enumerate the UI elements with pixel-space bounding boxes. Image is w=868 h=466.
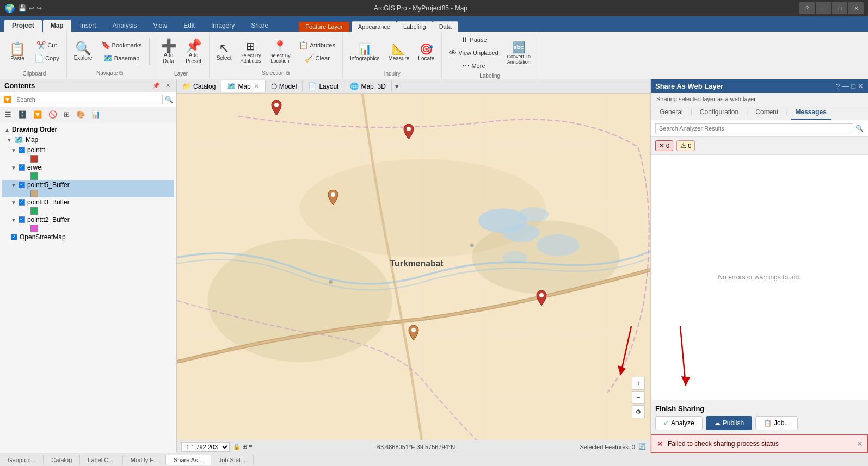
undo-icon[interactable]: ↩ [29,4,34,12]
basemap-button[interactable]: 🗺️ Basemap [97,52,146,64]
tree-item-pointtt5-buffer[interactable]: ▼ pointtt5_Buffer [2,180,174,190]
add-data-button[interactable]: ➕ AddData [157,36,181,67]
bottom-tab-geoproc[interactable]: Geoproc... [0,455,44,465]
map-settings[interactable]: ⚙ [632,405,645,418]
tab-appearance[interactable]: Appearance [352,21,397,32]
error-toast-close[interactable]: ✕ [857,439,863,448]
tab-data[interactable]: Data [433,21,458,32]
list-by-drawing-order-button[interactable]: ☰ [2,109,14,120]
search-input[interactable] [14,95,163,104]
panel-minimize-button[interactable]: — [842,82,849,90]
select-by-attributes-button[interactable]: ⊞ Select ByAttributes [236,36,264,67]
map-zoom-out[interactable]: − [632,391,645,404]
close-button[interactable]: ✕ [848,2,864,14]
tab-edit[interactable]: Edit [176,20,202,32]
list-by-data-source-button[interactable]: 🗄️ [15,109,29,120]
cut-button[interactable]: ✂️ Cut [30,39,63,51]
openstreetmap-checkbox[interactable] [11,234,17,240]
panel-close-button[interactable]: ✕ [858,82,864,90]
attributes-button[interactable]: 📋 Attributes [295,39,338,51]
erwei-checkbox[interactable] [19,164,25,171]
contents-close-button[interactable]: ✕ [164,82,172,90]
convert-to-annotation-button[interactable]: 🔤 Convert ToAnnotation [503,38,534,68]
pointtt-expand-arrow[interactable]: ▼ [11,147,16,153]
map-pin-1[interactable] [271,100,282,118]
pointtt-checkbox[interactable] [19,147,25,153]
scale-select[interactable]: 1:1,792,203 [181,442,230,452]
tab-analysis[interactable]: Analysis [105,20,145,32]
tab-view[interactable]: View [145,20,175,32]
panel-tab-general[interactable]: General [655,105,687,120]
tab-layout[interactable]: 📄 Layout [303,80,344,92]
tab-insert[interactable]: Insert [72,20,104,32]
locate-button[interactable]: 🎯 Locate [414,36,438,67]
tab-feature-layer[interactable]: Feature Layer [299,22,349,32]
view-unplaced-button[interactable]: 👁 View Unplaced [445,47,502,59]
pointtt5-checkbox[interactable] [19,182,25,188]
panel-tab-messages[interactable]: Messages [791,105,831,120]
error-badge[interactable]: ✕ 0 [655,140,673,151]
map-zoom-in[interactable]: + [632,377,645,390]
pointtt2-checkbox[interactable] [19,216,25,223]
map-tab-close[interactable]: ✕ [253,83,260,89]
tab-map-3d[interactable]: 🌐 Map_3D [344,80,391,92]
more-button[interactable]: ⋯ More [445,60,502,72]
map-tab-dropdown[interactable]: ▼ [394,83,400,90]
analyzer-search-input[interactable] [655,123,853,133]
tree-item-map[interactable]: ▼ 🗺️ Map [2,134,174,145]
help-button[interactable]: ? [799,2,815,14]
pointtt3-checkbox[interactable] [19,199,25,206]
warning-badge[interactable]: ⚠ 0 [676,140,695,151]
refresh-icon[interactable]: 🔄 [638,443,646,450]
bookmarks-button[interactable]: 🔖 Bookmarks [97,39,146,51]
publish-button[interactable]: ☁ Publish [706,416,752,430]
analyze-button[interactable]: ✓ Analyze [655,416,703,430]
pointtt2-expand-arrow[interactable]: ▼ [11,217,16,223]
map-canvas[interactable]: Turkmenabat [177,94,650,440]
pointtt5-expand-arrow[interactable]: ▼ [11,182,16,188]
map-pin-5[interactable] [408,325,419,343]
grid-icon[interactable]: ⊞ [242,443,247,450]
visibility-button[interactable]: 🚫 [46,109,60,120]
tab-model[interactable]: ⬡ Model [266,80,303,92]
minimize-button[interactable]: — [816,2,831,14]
contents-pin-button[interactable]: 📌 [151,82,162,90]
pause-button[interactable]: ⏸ Pause [445,34,502,46]
panel-help-button[interactable]: ? [836,82,840,90]
bottom-tab-modify-f[interactable]: Modify F... [123,455,166,465]
maximize-button[interactable]: □ [832,2,847,14]
measure-button[interactable]: 📐 Measure [384,36,413,67]
map-pin-4[interactable] [536,290,547,308]
lock-icon[interactable]: 🔒 [233,443,241,450]
tree-item-erwei[interactable]: ▼ erwei [2,163,174,172]
tree-item-pointtt2-buffer[interactable]: ▼ pointtt2_Buffer [2,215,174,225]
bottom-tab-job-stat[interactable]: Job Stat... [211,455,254,465]
panel-float-button[interactable]: □ [851,82,855,90]
tab-project[interactable]: Project [4,20,42,32]
analyzer-search-icon[interactable]: 🔍 [855,125,864,132]
copy-button[interactable]: 📄 Copy [30,52,63,64]
tab-catalog[interactable]: 📁 Catalog [177,80,221,92]
clear-button[interactable]: 🧹 Clear [295,52,338,64]
bottom-tab-catalog[interactable]: Catalog [44,455,80,465]
tab-share[interactable]: Share [243,20,276,32]
map-expand-arrow[interactable]: ▼ [7,137,12,143]
explore-button[interactable]: 🔍 Explore [70,36,96,67]
tree-item-pointtt[interactable]: ▼ pointtt [2,145,174,155]
bottom-tab-share-as[interactable]: Share As... [166,455,211,465]
chart-button[interactable]: 📊 [89,109,103,120]
add-preset-button[interactable]: 📌 AddPreset [182,36,206,67]
job-button[interactable]: 📋 Job... [755,416,798,430]
search-icon[interactable]: 🔍 [165,96,173,103]
tree-item-openstreetmap[interactable]: OpenStreetMap [2,232,174,242]
tab-map[interactable]: Map [43,20,71,32]
pointtt3-expand-arrow[interactable]: ▼ [11,200,16,206]
drawing-order-expand[interactable]: ▲ [4,127,10,133]
symbology-button[interactable]: 🎨 [73,109,88,120]
tab-map[interactable]: 🗺️ Map ✕ [221,80,265,92]
map-pin-3[interactable] [328,190,338,208]
paste-button[interactable]: 📋 Paste [5,36,29,67]
tab-imagery[interactable]: Imagery [204,20,242,32]
filter-layers-button[interactable]: 🔽 [30,109,45,120]
bottom-tab-label-cl[interactable]: Label Cl... [80,455,123,465]
